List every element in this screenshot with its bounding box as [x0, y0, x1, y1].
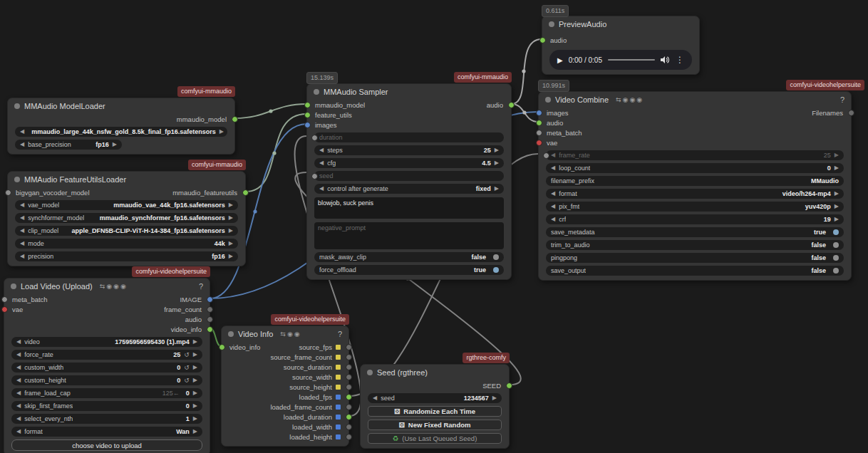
vhs-circle-icon[interactable]: ◉: [106, 283, 112, 290]
combo-right-icon[interactable]: ▶: [229, 241, 233, 246]
node-seed-rgthree[interactable]: Seed (rgthree) SEED ◀ seed 1234567 ▶ ⚄ R…: [360, 364, 510, 449]
vhs-swap-icon[interactable]: ⇆: [616, 96, 621, 103]
widget-filename-prefix[interactable]: filename_prefix MMaudio: [546, 176, 844, 186]
output-slot-image[interactable]: [207, 296, 213, 303]
combo-left-icon[interactable]: ◀: [551, 191, 555, 197]
play-icon[interactable]: ▶: [557, 56, 563, 64]
node-video-info[interactable]: Video Info ⇆ ◉ ◉ ? video_info source_fps…: [221, 326, 349, 447]
widget-crf[interactable]: ◀ crf 19 ▶: [546, 214, 844, 224]
combo-right-icon[interactable]: ▶: [193, 429, 197, 434]
toggle-on-icon[interactable]: [833, 229, 839, 235]
toggle-off-icon[interactable]: [833, 255, 839, 261]
combo-right-icon[interactable]: ▶: [113, 142, 117, 147]
randomize-each-time-button[interactable]: ⚄ Randomize Each Time: [368, 406, 502, 417]
combo-left-icon[interactable]: ◀: [551, 165, 555, 171]
new-fixed-random-button[interactable]: ⚄ New Fixed Random: [368, 420, 502, 430]
input-slot-images[interactable]: [304, 122, 311, 128]
collapse-dot[interactable]: [314, 89, 319, 95]
combo-left-icon[interactable]: ◀: [16, 416, 21, 422]
output-slot-audio[interactable]: [207, 316, 213, 323]
widget-frame-load-cap[interactable]: ◀ frame_load_cap 125← 0 ▶: [11, 388, 202, 398]
collapse-dot[interactable]: [14, 103, 20, 109]
collapse-dot[interactable]: [545, 97, 551, 103]
input-slot-meta-batch[interactable]: [1, 296, 8, 303]
widget-seed-value[interactable]: ◀ seed 1234567 ▶: [368, 393, 502, 403]
combo-right-icon[interactable]: ▶: [495, 160, 499, 166]
widget-mmaudio-model[interactable]: ◀ m ... mmaudio_large_44k_nsfw_gold_8.5k…: [15, 127, 227, 137]
combo-left-icon[interactable]: ◀: [16, 339, 21, 345]
input-slot-bigvgan-vocoder-model[interactable]: [5, 189, 11, 196]
widget-vae-model[interactable]: ◀ vae_model mmaudio_vae_44k_fp16.safeten…: [15, 200, 238, 210]
combo-right-icon[interactable]: ▶: [193, 403, 197, 409]
combo-right-icon[interactable]: ▶: [193, 390, 197, 396]
combo-right-icon[interactable]: ▶: [193, 365, 197, 370]
output-slot-loaded-height[interactable]: [346, 434, 352, 440]
node-mmaudio-model-loader[interactable]: MMAudio ModelLoader mmaudio_model ◀ m ..…: [7, 98, 235, 155]
input-slot-vae[interactable]: [536, 140, 542, 146]
combo-right-icon[interactable]: ▶: [219, 129, 224, 135]
widget-format[interactable]: ◀ format Wan ▶: [11, 427, 202, 437]
vhs-swap-icon[interactable]: ⇆: [280, 330, 286, 338]
widget-steps[interactable]: ◀ steps 25 ▶: [314, 145, 504, 155]
node-video-combine[interactable]: Video Combine ⇆ ◉ ◉ ◉ ? images Filenames…: [538, 91, 852, 281]
vhs-circle-icon[interactable]: ◉: [294, 330, 300, 338]
input-slot-duration[interactable]: [311, 135, 318, 141]
combo-right-icon[interactable]: ▶: [229, 254, 233, 259]
output-slot-source-fps[interactable]: [346, 344, 352, 350]
input-slot-vae[interactable]: [1, 306, 8, 313]
combo-left-icon[interactable]: ◀: [20, 254, 24, 259]
combo-right-icon[interactable]: ▶: [229, 202, 233, 208]
input-slot-images[interactable]: [536, 110, 542, 116]
combo-left-icon[interactable]: ◀: [16, 403, 21, 409]
audio-progress-bar[interactable]: [608, 59, 655, 61]
toggle-off-icon[interactable]: [833, 242, 839, 248]
output-slot-loaded-duration[interactable]: [346, 414, 352, 420]
prompt-textarea[interactable]: blowjob, suck penis: [314, 197, 504, 219]
combo-right-icon[interactable]: ▶: [492, 395, 497, 401]
widget-save-output[interactable]: save_output false: [546, 266, 844, 276]
combo-right-icon[interactable]: ▶: [193, 339, 197, 345]
combo-right-icon[interactable]: ▶: [495, 147, 499, 153]
combo-left-icon[interactable]: ◀: [319, 160, 324, 166]
output-slot-loaded-fps[interactable]: [346, 394, 352, 400]
use-last-queued-seed-button[interactable]: ♻ (Use Last Queued Seed): [368, 433, 502, 444]
widget-force-rate[interactable]: ◀ force_rate 25 ↺ ▶: [11, 350, 202, 360]
input-slot-video-info[interactable]: [219, 344, 225, 350]
combo-left-icon[interactable]: ◀: [20, 241, 24, 246]
combo-right-icon[interactable]: ▶: [229, 215, 233, 221]
input-slot-audio[interactable]: [536, 120, 542, 126]
widget-base-precision[interactable]: ◀ base_precision fp16 ▶: [15, 140, 122, 150]
combo-left-icon[interactable]: ◀: [16, 378, 21, 383]
vhs-swap-icon[interactable]: ⇆: [100, 283, 105, 290]
output-slot-frame-count[interactable]: [207, 306, 213, 313]
widget-cfg[interactable]: ◀ cfg 4.5 ▶: [314, 158, 504, 168]
widget-control-after-generate[interactable]: ◀ control after generate fixed ▶: [314, 184, 504, 194]
combo-right-icon[interactable]: ▶: [835, 204, 839, 209]
output-slot-loaded-frame-count[interactable]: [346, 404, 352, 410]
toggle-off-icon[interactable]: [493, 254, 499, 260]
widget-custom-width[interactable]: ◀ custom_width 0 ↺ ▶: [11, 363, 202, 373]
combo-right-icon[interactable]: ▶: [835, 191, 839, 197]
combo-left-icon[interactable]: ◀: [16, 352, 21, 358]
combo-left-icon[interactable]: ◀: [16, 429, 21, 434]
collapse-dot[interactable]: [549, 21, 554, 27]
widget-loop-count[interactable]: ◀ loop_count 0 ▶: [546, 163, 844, 173]
volume-icon[interactable]: [661, 56, 670, 64]
combo-right-icon[interactable]: ▶: [193, 378, 197, 383]
combo-right-icon[interactable]: ▶: [835, 165, 839, 171]
reset-icon[interactable]: ↺: [184, 352, 190, 358]
input-slot-meta-batch[interactable]: [536, 130, 542, 136]
combo-left-icon[interactable]: ◀: [551, 217, 555, 222]
negative-prompt-textarea[interactable]: negative_prompt: [314, 222, 504, 249]
output-slot-audio[interactable]: [508, 102, 515, 108]
collapse-dot[interactable]: [367, 370, 373, 375]
help-icon[interactable]: ?: [338, 330, 342, 338]
output-slot-source-height[interactable]: [346, 384, 352, 390]
widget-trim-to-audio[interactable]: trim_to_audio false: [546, 240, 844, 250]
combo-right-icon[interactable]: ▶: [835, 217, 839, 222]
node-preview-audio[interactable]: PreviewAudio audio ▶ 0:00 / 0:05 ⋮: [542, 16, 700, 75]
node-mmaudio-featureutils-loader[interactable]: MMAudio FeatureUtilsLoader bigvgan_vocod…: [7, 171, 246, 266]
reset-icon[interactable]: ↺: [184, 378, 190, 384]
kebab-menu-icon[interactable]: ⋮: [676, 56, 684, 64]
combo-left-icon[interactable]: ◀: [551, 204, 555, 209]
